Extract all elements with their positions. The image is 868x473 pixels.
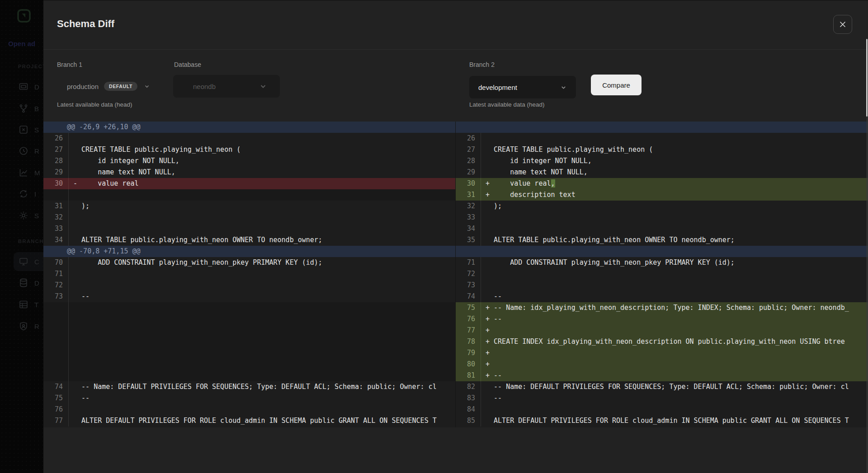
diff-row: 74 -- xyxy=(456,291,868,302)
diff-row xyxy=(456,122,868,133)
diff-row: 33 xyxy=(43,223,455,234)
diff-line-code xyxy=(69,404,455,415)
branch1-select[interactable]: production DEFAULT xyxy=(52,75,183,98)
diff-row: 77 ALTER DEFAULT PRIVILEGES FOR ROLE clo… xyxy=(43,415,455,426)
diff-line-number: 71 xyxy=(43,268,69,280)
diff-row: 34 xyxy=(456,223,868,234)
chevron-down-icon xyxy=(560,84,567,91)
diff-line-number: 72 xyxy=(456,268,481,280)
diff-line-code: ALTER TABLE public.playing_with_neon OWN… xyxy=(481,234,868,246)
diff-line-code: CREATE TABLE public.playing_with_neon ( xyxy=(481,144,868,155)
diff-line-number: 28 xyxy=(456,155,481,167)
diff-row xyxy=(43,302,455,314)
diff-row: 30+ value real, xyxy=(456,178,868,189)
diff-row: 27 CREATE TABLE public.playing_with_neon… xyxy=(456,144,868,155)
diff-line-number: 74 xyxy=(43,381,69,393)
diff-line-number: 30 xyxy=(456,178,481,189)
close-button[interactable] xyxy=(833,15,852,34)
diff-line-code xyxy=(481,280,868,291)
diff-line-code: + -- Name: idx_playing_with_neon_descrip… xyxy=(481,302,868,314)
diff-line-code: -- xyxy=(481,393,868,404)
diff-row: @@ -70,8 +71,15 @@ xyxy=(43,246,455,257)
diff-line-code: - value real xyxy=(69,178,455,189)
branch2-sublabel: Latest available data (head) xyxy=(469,101,545,108)
diff-row: 31 ); xyxy=(43,201,455,212)
diff-line-code xyxy=(69,336,455,347)
branch1-label: Branch 1 xyxy=(57,61,82,68)
diff-line-number: 73 xyxy=(43,291,69,302)
diff-line-number: 71 xyxy=(456,257,481,268)
diff-line-number: 77 xyxy=(456,325,481,336)
diff-line-number: 33 xyxy=(43,223,69,234)
diff-line-code xyxy=(69,212,455,223)
diff-row: 81+ -- xyxy=(456,370,868,381)
diff-row xyxy=(43,189,455,201)
diff-row xyxy=(43,359,455,370)
diff-line-code: ADD CONSTRAINT playing_with_neon_pkey PR… xyxy=(69,257,455,268)
diff-line-code: -- Name: DEFAULT PRIVILEGES FOR SEQUENCE… xyxy=(481,381,868,393)
diff-line-code: + value real, xyxy=(481,178,868,189)
diff-line-number: 29 xyxy=(456,167,481,178)
diff-line-number: 77 xyxy=(43,415,69,426)
diff-line-code: name text NOT NULL, xyxy=(69,167,455,178)
diff-line-code xyxy=(69,280,455,291)
diff-line-code: -- Name: DEFAULT PRIVILEGES FOR SEQUENCE… xyxy=(69,381,455,393)
diff-row: 26 xyxy=(456,133,868,144)
diff-row: 82 -- Name: DEFAULT PRIVILEGES FOR SEQUE… xyxy=(456,381,868,393)
diff-line-number: 73 xyxy=(456,280,481,291)
diff-line-number xyxy=(43,370,69,381)
diff-pane-branch2[interactable]: 26 27 CREATE TABLE public.playing_with_n… xyxy=(455,122,868,427)
diff-line-number: 83 xyxy=(456,393,481,404)
branch2-label: Branch 2 xyxy=(469,61,495,68)
diff-line-number xyxy=(43,359,69,370)
diff-line-number: 32 xyxy=(43,212,69,223)
compare-button[interactable]: Compare xyxy=(591,75,642,95)
schema-diff-view: @@ -26,9 +26,10 @@26 27 CREATE TABLE pub… xyxy=(43,122,868,427)
diff-line-number: 27 xyxy=(456,144,481,155)
diff-row: 29 name text NOT NULL, xyxy=(43,167,455,178)
chevron-down-icon xyxy=(144,83,150,89)
branch2-value: development xyxy=(478,84,517,91)
diff-line-code: ALTER DEFAULT PRIVILEGES FOR ROLE cloud_… xyxy=(69,415,455,426)
branch2-select[interactable]: development xyxy=(469,76,576,98)
diff-line-code xyxy=(69,189,455,201)
diff-line-number: 75 xyxy=(456,302,481,314)
diff-line-number: 34 xyxy=(43,234,69,246)
diff-line-code xyxy=(481,268,868,280)
hunk-header: @@ -70,8 +71,15 @@ xyxy=(43,246,141,257)
diff-row: @@ -26,9 +26,10 @@ xyxy=(43,122,455,133)
diff-line-number: 35 xyxy=(456,234,481,246)
header-divider xyxy=(43,49,868,50)
diff-line-number: 85 xyxy=(456,415,481,426)
diff-row xyxy=(43,347,455,359)
diff-row: 83 -- xyxy=(456,393,868,404)
diff-row: 72 xyxy=(456,268,868,280)
diff-line-number: 33 xyxy=(456,212,481,223)
diff-row: 79+ xyxy=(456,347,868,359)
diff-line-number: 30 xyxy=(43,178,69,189)
diff-line-number: 32 xyxy=(456,201,481,212)
diff-line-number: 26 xyxy=(43,133,69,144)
schema-diff-modal: Schema Diff Branch 1 Database Branch 2 p… xyxy=(43,0,868,473)
chevron-down-icon xyxy=(259,82,267,90)
diff-pane-branch1[interactable]: @@ -26,9 +26,10 @@26 27 CREATE TABLE pub… xyxy=(43,122,455,427)
hunk-header xyxy=(456,122,479,133)
database-select[interactable]: neondb xyxy=(173,75,280,98)
branch1-sublabel: Latest available data (head) xyxy=(57,101,132,108)
diff-row xyxy=(43,370,455,381)
scrollbar-thumb[interactable] xyxy=(866,39,868,117)
diff-row: 70 ADD CONSTRAINT playing_with_neon_pkey… xyxy=(43,257,455,268)
diff-line-code: ); xyxy=(69,201,455,212)
diff-line-code xyxy=(69,347,455,359)
diff-row: 28 id integer NOT NULL, xyxy=(43,155,455,167)
diff-row xyxy=(43,336,455,347)
default-badge: DEFAULT xyxy=(104,82,137,91)
diff-line-number xyxy=(43,314,69,325)
diff-row: 73 xyxy=(456,280,868,291)
diff-line-number: 75 xyxy=(43,393,69,404)
diff-line-code: + -- xyxy=(481,370,868,381)
diff-line-code xyxy=(481,212,868,223)
diff-line-code: ALTER DEFAULT PRIVILEGES FOR ROLE cloud_… xyxy=(481,415,868,426)
diff-line-number xyxy=(43,325,69,336)
diff-line-number: 28 xyxy=(43,155,69,167)
